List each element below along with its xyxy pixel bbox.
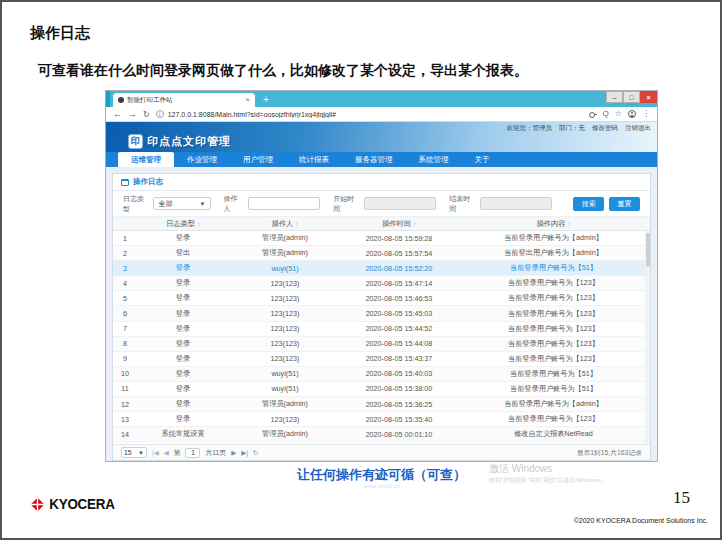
password-key-icon[interactable]	[589, 112, 597, 117]
reload-icon[interactable]: ↻	[143, 110, 150, 119]
nav-tab[interactable]: 统计报表	[286, 152, 342, 167]
operator-label: 操作人	[224, 194, 243, 214]
table-body: 1登录管理员(admin)2020-08-05 15:59:28当前登录用户账号…	[113, 231, 650, 442]
minimize-button[interactable]: –	[606, 91, 623, 103]
cell-content: 当前登录用户账号为【123】	[457, 278, 650, 288]
header-operator[interactable]: 操作人↕	[229, 219, 341, 229]
nav-tab[interactable]: 用户管理	[230, 152, 286, 167]
header-log-type[interactable]: 日志类型↕	[137, 219, 229, 229]
url-field[interactable]: i 127.0.0.1:8088/Main.html?sid=oosojzfhl…	[156, 110, 583, 118]
table-row[interactable]: 3登录wuyi(51)2020-08-05 15:52:20当前登录用户账号为【…	[113, 261, 650, 276]
nav-tab[interactable]: 服务器管理	[342, 152, 406, 167]
table-row[interactable]: 14系统常规设置管理员(admin)2020-08-05 00:01:10修改自…	[113, 427, 650, 442]
table-row[interactable]: 5登录123(123)2020-08-05 15:46:53当前登录用户账号为【…	[113, 291, 650, 306]
slide-caption: 让任何操作有迹可循（可查）	[105, 466, 658, 484]
cell-op: wuyi(51)	[229, 264, 341, 273]
cell-op: 123(123)	[229, 294, 341, 303]
log-type-value: 全部	[158, 199, 172, 209]
end-time-input[interactable]	[480, 197, 553, 210]
scrollbar-thumb[interactable]	[646, 233, 650, 267]
new-tab-button[interactable]: +	[263, 95, 269, 105]
cell-time: 2020-08-05 15:47:14	[341, 279, 457, 288]
cell-no: 6	[113, 309, 137, 318]
start-time-input[interactable]	[364, 197, 437, 210]
welcome-link[interactable]: 修改密码	[592, 124, 618, 133]
nav-tab[interactable]: 运维管理	[118, 152, 174, 167]
app-title: 印点点文印管理	[147, 134, 231, 149]
header-time[interactable]: 操作时间↕	[341, 219, 457, 229]
browser-menu-icon[interactable]: ⋮	[642, 110, 650, 118]
table-row[interactable]: 4登录123(123)2020-08-05 15:47:14当前登录用户账号为【…	[113, 276, 650, 291]
next-page-icon[interactable]: ▶	[231, 449, 236, 457]
cell-time: 2020-08-05 15:52:20	[341, 264, 457, 273]
welcome-link[interactable]: 注销退出	[625, 124, 651, 133]
cell-content: 当前登录用户账号为【51】	[457, 263, 650, 273]
table-row[interactable]: 12登录管理员(admin)2020-08-05 15:36:25当前登录用户账…	[113, 397, 650, 412]
refresh-icon[interactable]: ↻	[253, 449, 258, 457]
table-row[interactable]: 13登录123(123)2020-08-05 15:35:40当前登录用户账号为…	[113, 412, 650, 427]
slide-title: 操作日志	[30, 24, 90, 43]
cell-no: 1	[113, 234, 137, 243]
window-controls: – □ ×	[606, 91, 657, 103]
cell-op: wuyi(51)	[229, 369, 341, 378]
table-scrollbar[interactable]	[645, 231, 650, 444]
cell-time: 2020-08-05 15:43:37	[341, 354, 457, 363]
app-logo-row: 印 印点点文印管理	[128, 134, 231, 149]
browser-tab[interactable]: 智能打印工作站 ×	[113, 93, 255, 107]
page-number-input[interactable]	[185, 448, 200, 458]
table-row[interactable]: 8登录123(123)2020-08-05 15:44:08当前登录用户账号为【…	[113, 337, 650, 352]
nav-tab[interactable]: 作业管理	[174, 152, 230, 167]
site-info-icon[interactable]: i	[156, 110, 164, 118]
maximize-button[interactable]: □	[623, 91, 640, 103]
cell-content: 当前登录用户账号为【123】	[457, 414, 650, 424]
zoom-icon[interactable]: Q	[603, 110, 609, 118]
table-row[interactable]: 10登录wuyi(51)2020-08-05 15:40:03当前登录用户账号为…	[113, 367, 650, 382]
profile-avatar-icon[interactable]	[628, 110, 636, 118]
cell-time: 2020-08-05 15:44:52	[341, 324, 457, 333]
log-type-select[interactable]: 全部 ▼	[153, 197, 210, 210]
first-page-icon[interactable]: |◀	[152, 449, 159, 457]
nav-tab[interactable]: 关于	[462, 152, 503, 167]
table-row[interactable]: 1登录管理员(admin)2020-08-05 15:59:28当前登录用户账号…	[113, 231, 650, 246]
forward-icon[interactable]: →	[128, 110, 137, 119]
cell-type: 登出	[137, 248, 229, 258]
cell-type: 登录	[137, 369, 229, 379]
bookmark-star-icon[interactable]: ☆	[615, 110, 622, 118]
table-row[interactable]: 9登录123(123)2020-08-05 15:43:37当前登录用户账号为【…	[113, 352, 650, 367]
reset-button[interactable]: 重置	[609, 197, 640, 211]
cell-content: 当前登录用户账号为【51】	[457, 384, 650, 394]
start-time-label: 开始时间	[333, 194, 358, 214]
cell-content: 当前登录用户账号为【123】	[457, 324, 650, 334]
search-button[interactable]: 搜索	[573, 197, 604, 211]
table-row[interactable]: 2登出管理员(admin)2020-08-05 15:57:54当前登出用户账号…	[113, 246, 650, 261]
cell-no: 11	[113, 384, 137, 393]
chevron-down-icon: ▼	[138, 450, 144, 456]
tab-title: 智能打印工作站	[127, 96, 242, 105]
favicon-icon	[118, 97, 124, 103]
cell-type: 登录	[137, 339, 229, 349]
tab-close-icon[interactable]: ×	[245, 96, 250, 104]
cell-no: 4	[113, 279, 137, 288]
close-button[interactable]: ×	[640, 91, 657, 103]
cell-content: 当前登录用户账号为【admin】	[457, 399, 650, 409]
cell-time: 2020-08-05 00:01:10	[341, 430, 457, 439]
log-list-icon	[121, 179, 129, 186]
prev-page-icon[interactable]: ◀	[164, 449, 169, 457]
page-size-select[interactable]: 15 ▼	[121, 447, 147, 458]
table-row[interactable]: 6登录123(123)2020-08-05 15:45:03当前登录用户账号为【…	[113, 306, 650, 321]
cell-type: 登录	[137, 293, 229, 303]
header-content[interactable]: 操作内容↕	[457, 219, 650, 229]
cell-no: 13	[113, 415, 137, 424]
nav-tab[interactable]: 系统管理	[406, 152, 462, 167]
table-row[interactable]: 7登录123(123)2020-08-05 15:44:52当前登录用户账号为【…	[113, 322, 650, 337]
browser-tabstrip: 智能打印工作站 × + – □ ×	[106, 91, 657, 107]
operator-input[interactable]	[248, 197, 321, 210]
cell-content: 当前登录用户账号为【123】	[457, 339, 650, 349]
cell-op: 123(123)	[229, 354, 341, 363]
cell-content: 当前登录用户账号为【123】	[457, 293, 650, 303]
table-row[interactable]: 11登录wuyi(51)2020-08-05 15:38:00当前登录用户账号为…	[113, 382, 650, 397]
copyright: ©2020 KYOCERA Document Solutions Inc.	[574, 517, 708, 524]
last-page-icon[interactable]: ▶|	[241, 449, 248, 457]
caption-watermark: www.yindd.cn	[105, 483, 658, 489]
back-icon[interactable]: ←	[113, 110, 122, 119]
